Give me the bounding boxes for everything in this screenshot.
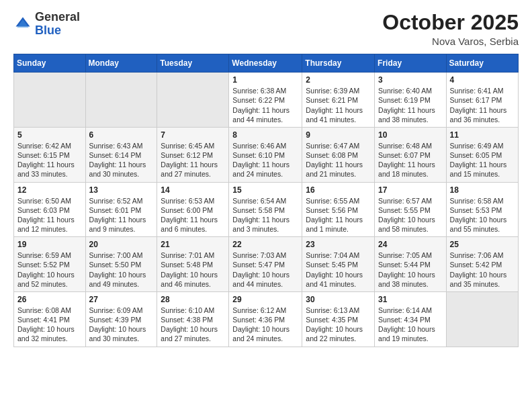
calendar-cell: 7Sunrise: 6:45 AMSunset: 6:12 PMDaylight… bbox=[157, 127, 229, 182]
day-number: 26 bbox=[17, 295, 82, 304]
day-number: 2 bbox=[306, 75, 371, 85]
calendar-week-row: 26Sunrise: 6:08 AMSunset: 4:41 PMDayligh… bbox=[14, 291, 519, 347]
day-number: 8 bbox=[232, 130, 298, 140]
day-info: Sunrise: 6:48 AMSunset: 6:07 PMDaylight:… bbox=[378, 141, 443, 179]
day-info: Sunrise: 7:06 AMSunset: 5:42 PMDaylight:… bbox=[450, 250, 515, 289]
day-number: 7 bbox=[161, 130, 225, 140]
logo: General Blue bbox=[13, 11, 80, 38]
logo-text: General Blue bbox=[35, 11, 80, 38]
day-info: Sunrise: 6:40 AMSunset: 6:19 PMDaylight:… bbox=[378, 86, 443, 124]
day-number: 4 bbox=[450, 75, 515, 85]
month-year: October 2025 bbox=[382, 11, 519, 34]
calendar-cell: 25Sunrise: 7:06 AMSunset: 5:42 PMDayligh… bbox=[446, 237, 518, 292]
calendar-cell bbox=[14, 73, 86, 128]
calendar-cell bbox=[446, 291, 518, 347]
day-number: 25 bbox=[450, 240, 515, 249]
day-number: 19 bbox=[17, 240, 82, 249]
title-block: October 2025 Nova Varos, Serbia bbox=[382, 11, 519, 47]
calendar-cell: 19Sunrise: 6:59 AMSunset: 5:52 PMDayligh… bbox=[14, 237, 86, 292]
day-info: Sunrise: 7:00 AMSunset: 5:50 PMDaylight:… bbox=[89, 250, 154, 289]
calendar-cell: 4Sunrise: 6:41 AMSunset: 6:17 PMDaylight… bbox=[446, 73, 518, 128]
calendar-cell: 30Sunrise: 6:13 AMSunset: 4:35 PMDayligh… bbox=[302, 291, 375, 347]
calendar: SundayMondayTuesdayWednesdayThursdayFrid… bbox=[13, 54, 519, 347]
day-info: Sunrise: 7:03 AMSunset: 5:47 PMDaylight:… bbox=[232, 250, 298, 289]
day-header-monday: Monday bbox=[85, 54, 157, 73]
day-info: Sunrise: 6:58 AMSunset: 5:53 PMDaylight:… bbox=[450, 196, 515, 234]
day-info: Sunrise: 6:38 AMSunset: 6:22 PMDaylight:… bbox=[232, 86, 298, 124]
day-info: Sunrise: 6:08 AMSunset: 4:41 PMDaylight:… bbox=[17, 306, 82, 344]
calendar-cell: 12Sunrise: 6:50 AMSunset: 6:03 PMDayligh… bbox=[14, 182, 86, 237]
calendar-cell: 17Sunrise: 6:57 AMSunset: 5:55 PMDayligh… bbox=[375, 182, 447, 237]
calendar-cell: 10Sunrise: 6:48 AMSunset: 6:07 PMDayligh… bbox=[375, 127, 447, 182]
calendar-cell: 16Sunrise: 6:55 AMSunset: 5:56 PMDayligh… bbox=[302, 182, 375, 237]
day-info: Sunrise: 6:52 AMSunset: 6:01 PMDaylight:… bbox=[89, 196, 154, 234]
day-info: Sunrise: 6:12 AMSunset: 4:36 PMDaylight:… bbox=[232, 306, 298, 344]
calendar-cell bbox=[157, 73, 229, 128]
calendar-cell: 13Sunrise: 6:52 AMSunset: 6:01 PMDayligh… bbox=[85, 182, 157, 237]
day-number: 23 bbox=[306, 240, 371, 249]
day-info: Sunrise: 6:41 AMSunset: 6:17 PMDaylight:… bbox=[450, 86, 515, 124]
day-header-saturday: Saturday bbox=[446, 54, 518, 73]
calendar-cell: 11Sunrise: 6:49 AMSunset: 6:05 PMDayligh… bbox=[446, 127, 518, 182]
calendar-cell: 1Sunrise: 6:38 AMSunset: 6:22 PMDaylight… bbox=[229, 73, 302, 128]
day-header-tuesday: Tuesday bbox=[157, 54, 229, 73]
day-number: 20 bbox=[89, 240, 154, 249]
day-number: 12 bbox=[17, 185, 82, 195]
calendar-cell: 15Sunrise: 6:54 AMSunset: 5:58 PMDayligh… bbox=[229, 182, 302, 237]
calendar-header-row: SundayMondayTuesdayWednesdayThursdayFrid… bbox=[14, 54, 519, 73]
day-info: Sunrise: 6:57 AMSunset: 5:55 PMDaylight:… bbox=[378, 196, 443, 234]
day-info: Sunrise: 6:50 AMSunset: 6:03 PMDaylight:… bbox=[17, 196, 82, 234]
day-number: 30 bbox=[306, 295, 371, 304]
calendar-cell: 9Sunrise: 6:47 AMSunset: 6:08 PMDaylight… bbox=[302, 127, 375, 182]
day-info: Sunrise: 7:01 AMSunset: 5:48 PMDaylight:… bbox=[161, 250, 225, 289]
calendar-cell: 22Sunrise: 7:03 AMSunset: 5:47 PMDayligh… bbox=[229, 237, 302, 292]
calendar-cell: 14Sunrise: 6:53 AMSunset: 6:00 PMDayligh… bbox=[157, 182, 229, 237]
calendar-week-row: 5Sunrise: 6:42 AMSunset: 6:15 PMDaylight… bbox=[14, 127, 519, 182]
calendar-week-row: 19Sunrise: 6:59 AMSunset: 5:52 PMDayligh… bbox=[14, 237, 519, 292]
header: General Blue October 2025 Nova Varos, Se… bbox=[13, 11, 519, 47]
day-info: Sunrise: 6:39 AMSunset: 6:21 PMDaylight:… bbox=[306, 86, 371, 124]
day-number: 16 bbox=[306, 185, 371, 195]
calendar-cell: 24Sunrise: 7:05 AMSunset: 5:44 PMDayligh… bbox=[375, 237, 447, 292]
location: Nova Varos, Serbia bbox=[382, 36, 519, 47]
day-header-friday: Friday bbox=[375, 54, 447, 73]
day-number: 27 bbox=[89, 295, 154, 304]
day-number: 5 bbox=[17, 130, 82, 140]
day-number: 15 bbox=[232, 185, 298, 195]
day-number: 28 bbox=[161, 295, 225, 304]
page: General Blue October 2025 Nova Varos, Se… bbox=[0, 0, 532, 411]
day-info: Sunrise: 6:54 AMSunset: 5:58 PMDaylight:… bbox=[232, 196, 298, 234]
day-number: 31 bbox=[378, 295, 443, 304]
day-info: Sunrise: 7:04 AMSunset: 5:45 PMDaylight:… bbox=[306, 250, 371, 289]
calendar-cell: 23Sunrise: 7:04 AMSunset: 5:45 PMDayligh… bbox=[302, 237, 375, 292]
calendar-cell: 8Sunrise: 6:46 AMSunset: 6:10 PMDaylight… bbox=[229, 127, 302, 182]
day-info: Sunrise: 6:42 AMSunset: 6:15 PMDaylight:… bbox=[17, 141, 82, 179]
calendar-cell: 29Sunrise: 6:12 AMSunset: 4:36 PMDayligh… bbox=[229, 291, 302, 347]
day-number: 22 bbox=[232, 240, 298, 249]
day-info: Sunrise: 6:55 AMSunset: 5:56 PMDaylight:… bbox=[306, 196, 371, 234]
logo-icon bbox=[13, 15, 32, 34]
calendar-cell: 21Sunrise: 7:01 AMSunset: 5:48 PMDayligh… bbox=[157, 237, 229, 292]
calendar-cell: 5Sunrise: 6:42 AMSunset: 6:15 PMDaylight… bbox=[14, 127, 86, 182]
day-info: Sunrise: 6:13 AMSunset: 4:35 PMDaylight:… bbox=[306, 306, 371, 344]
day-number: 1 bbox=[232, 75, 298, 85]
calendar-cell: 2Sunrise: 6:39 AMSunset: 6:21 PMDaylight… bbox=[302, 73, 375, 128]
calendar-cell: 6Sunrise: 6:43 AMSunset: 6:14 PMDaylight… bbox=[85, 127, 157, 182]
day-number: 18 bbox=[450, 185, 515, 195]
calendar-cell: 20Sunrise: 7:00 AMSunset: 5:50 PMDayligh… bbox=[85, 237, 157, 292]
day-number: 10 bbox=[378, 130, 443, 140]
day-header-thursday: Thursday bbox=[302, 54, 375, 73]
calendar-week-row: 12Sunrise: 6:50 AMSunset: 6:03 PMDayligh… bbox=[14, 182, 519, 237]
day-info: Sunrise: 6:46 AMSunset: 6:10 PMDaylight:… bbox=[232, 141, 298, 179]
calendar-cell: 26Sunrise: 6:08 AMSunset: 4:41 PMDayligh… bbox=[14, 291, 86, 347]
day-info: Sunrise: 6:59 AMSunset: 5:52 PMDaylight:… bbox=[17, 250, 82, 289]
calendar-cell: 3Sunrise: 6:40 AMSunset: 6:19 PMDaylight… bbox=[375, 73, 447, 128]
day-number: 9 bbox=[306, 130, 371, 140]
day-number: 6 bbox=[89, 130, 154, 140]
day-info: Sunrise: 6:53 AMSunset: 6:00 PMDaylight:… bbox=[161, 196, 225, 234]
day-info: Sunrise: 6:09 AMSunset: 4:39 PMDaylight:… bbox=[89, 306, 154, 344]
day-info: Sunrise: 6:10 AMSunset: 4:38 PMDaylight:… bbox=[161, 306, 225, 344]
calendar-cell: 31Sunrise: 6:14 AMSunset: 4:34 PMDayligh… bbox=[375, 291, 447, 347]
day-number: 13 bbox=[89, 185, 154, 195]
calendar-week-row: 1Sunrise: 6:38 AMSunset: 6:22 PMDaylight… bbox=[14, 73, 519, 128]
